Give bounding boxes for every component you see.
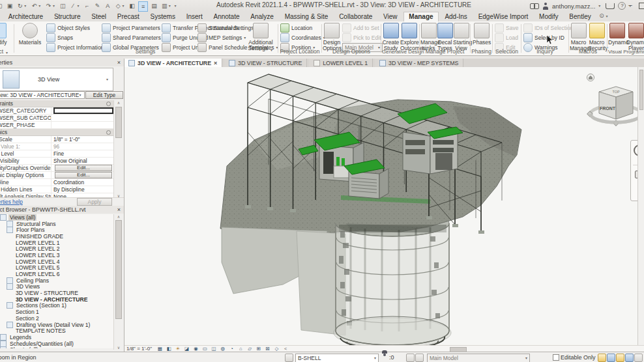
section-graphics[interactable]: Graphics — [0, 129, 113, 136]
editable-only-checkbox[interactable] — [553, 354, 559, 361]
macro-manager-button[interactable]: Macro Manager — [570, 22, 587, 51]
tab-manage[interactable]: Manage — [403, 12, 438, 22]
user-caret[interactable]: ▾ — [598, 1, 602, 10]
instance-selector[interactable]: 3D View: 3D VIEW - ARCHITECTURE▾ — [0, 91, 85, 99]
pin-icon[interactable] — [106, 130, 111, 135]
tree-item[interactable]: Schedules/Quantities (all) — [0, 341, 113, 347]
dynamo-button[interactable]: Dynamo — [608, 22, 626, 46]
tree-item[interactable]: Sheets (all) — [0, 346, 113, 348]
view-tab-architecture[interactable]: 3D VIEW - ARCHITECTURE × — [124, 59, 222, 67]
location-button[interactable]: Location — [280, 23, 325, 32]
edit-type-button[interactable]: Edit Type — [85, 91, 123, 99]
starting-view-button[interactable]: Starting View — [453, 22, 469, 51]
user-icon[interactable] — [542, 3, 549, 10]
property-row[interactable]: Show Hidden LinesBy Discipline — [0, 186, 113, 193]
browser-category-input[interactable] — [53, 107, 113, 114]
tab-analyze[interactable]: Analyze — [246, 12, 278, 21]
modify-button[interactable]: Modify — [0, 22, 14, 46]
search-icon[interactable] — [530, 3, 539, 8]
viewcube-right-face[interactable] — [616, 92, 633, 119]
materials-button[interactable]: Materials — [15, 22, 45, 46]
close-project-browser-icon[interactable]: × — [114, 206, 124, 214]
tree-item[interactable]: 3D VIEW - STRUCTURE — [0, 290, 113, 296]
viewcube-front-face[interactable] — [599, 92, 616, 119]
property-row[interactable]: BROWSER_PHASE — [0, 122, 113, 129]
close-properties-icon[interactable]: × — [114, 59, 124, 66]
tree-item[interactable]: Drafting Views (Detail View 1) — [0, 322, 113, 328]
tab-view[interactable]: View — [379, 12, 402, 21]
tab-bentley[interactable]: Bentley — [564, 12, 595, 21]
property-row[interactable]: Detail LevelFine — [0, 150, 113, 158]
minimize-button[interactable]: – — [624, 1, 636, 8]
panel-label-design-options[interactable]: Design Options — [323, 48, 380, 55]
maximize-button[interactable] — [639, 3, 644, 9]
close-view-tab-icon[interactable]: × — [214, 60, 217, 66]
tree-item[interactable]: FINISHED GRADE — [0, 233, 113, 240]
tab-steel[interactable]: Steel — [87, 12, 111, 21]
property-row[interactable]: BROWSER_SUB CATEGORY — [0, 115, 113, 122]
type-selector[interactable]: 3D View ▾ — [0, 68, 113, 91]
decal-types-button[interactable]: Decal Types — [437, 22, 453, 51]
viewcube-top-label[interactable]: TOP — [612, 90, 620, 94]
properties-help-link[interactable]: Properties help — [0, 199, 23, 205]
ribbon-state-caret[interactable]: ▾ — [606, 12, 609, 21]
viewcube-front-label[interactable]: FRONT — [600, 106, 616, 111]
tree-item[interactable]: Sections (Section 1) — [0, 303, 113, 309]
viewport-vscrollbar[interactable] — [637, 67, 644, 345]
project-browser-scrollbar[interactable]: ∧ ∨ — [113, 214, 123, 350]
dynamo-player-button[interactable]: Dynamo Player — [626, 22, 644, 51]
section-constraints[interactable]: Constraints — [0, 100, 113, 107]
design-options-status-icon[interactable] — [406, 354, 415, 362]
select-by-face-icon[interactable] — [634, 354, 643, 362]
tree-item-views-all[interactable]: Views (all) — [0, 214, 113, 221]
project-parameters-button[interactable]: Project Parameters — [102, 23, 161, 32]
tab-systems[interactable]: Systems — [146, 12, 180, 21]
apply-button[interactable]: Apply — [77, 198, 112, 206]
select-pinned-icon[interactable] — [625, 354, 634, 362]
shared-parameters-button[interactable]: Shared Parameters — [102, 33, 161, 42]
property-row[interactable]: DisciplineCoordination — [0, 179, 113, 186]
tab-add-ins[interactable]: Add-Ins — [440, 12, 471, 21]
tree-item[interactable]: LOWER LEVEL 3 — [0, 252, 113, 258]
exclude-options-icon[interactable] — [598, 354, 606, 362]
signed-in-user[interactable]: anthony.mazz... — [552, 3, 595, 10]
tree-item[interactable]: Section 1 — [0, 309, 113, 315]
tab-edgewise-import[interactable]: EdgeWise Import — [474, 12, 533, 21]
tab-architecture[interactable]: Architecture — [4, 12, 48, 21]
editable-only-label[interactable]: Editable Only — [561, 354, 596, 361]
tab-precast[interactable]: Precast — [113, 12, 144, 21]
view-tab-mep-systems[interactable]: 3D VIEW - MEP SYSTEMS — [375, 59, 463, 67]
pin-icon[interactable] — [106, 102, 111, 106]
design-options-status-icon2[interactable] — [415, 354, 424, 362]
tree-item[interactable]: Floor Plans — [0, 227, 113, 233]
graphic-display-edit-button[interactable]: Edit... — [55, 172, 112, 178]
create-study-button[interactable]: Create Study — [382, 22, 400, 51]
tree-item[interactable]: LOWER LEVEL 2 — [0, 245, 113, 252]
project-browser-header[interactable]: Project Browser - BPWWTP-SHELL.rvt × — [0, 206, 124, 214]
manage-links-button[interactable]: Manage Links — [420, 22, 437, 51]
store-cart-icon[interactable] — [606, 3, 615, 9]
property-row[interactable]: View Scale1/8" = 1'-0" — [0, 136, 113, 143]
active-design-option-status-dropdown[interactable]: Main Model▾ — [427, 354, 530, 362]
viewcube[interactable]: TOP FRONT — [587, 74, 644, 126]
tab-structure[interactable]: Structure — [50, 12, 85, 21]
tab-annotate[interactable]: Annotate — [209, 12, 244, 21]
coordinates-button[interactable]: Coordinates▾ — [280, 33, 325, 42]
tree-item-active-view[interactable]: 3D VIEW - ARCHITECTURE — [0, 296, 113, 303]
tree-item[interactable]: 3D Views — [0, 284, 113, 290]
explore-outcomes-button[interactable]: Explore Outcomes — [400, 22, 418, 51]
drawing-area-3d-view[interactable]: TOP FRONT — [124, 67, 644, 345]
tree-item[interactable]: Ceiling Plans — [0, 277, 113, 284]
tree-item[interactable]: TEMPLATE NOTES — [0, 327, 113, 334]
phases-button[interactable]: Phases — [473, 22, 490, 46]
tree-item[interactable]: LOWER LEVEL 1 — [0, 240, 113, 246]
object-styles-button[interactable]: Object Styles — [46, 23, 104, 32]
view-tab-lower-level-1[interactable]: LOWER LEVEL 1 — [309, 59, 373, 67]
tree-item[interactable]: LOWER LEVEL 6 — [0, 271, 113, 277]
tab-insert[interactable]: Insert — [182, 12, 207, 21]
vg-overrides-edit-button[interactable]: Edit... — [55, 165, 112, 171]
tree-item[interactable]: LOWER LEVEL 4 — [0, 258, 113, 265]
ribbon-state-icon[interactable]: ⊙ — [597, 12, 606, 20]
property-row[interactable]: BROWSER_CATEGORY — [0, 107, 113, 115]
properties-header[interactable]: Properties × — [0, 59, 124, 66]
